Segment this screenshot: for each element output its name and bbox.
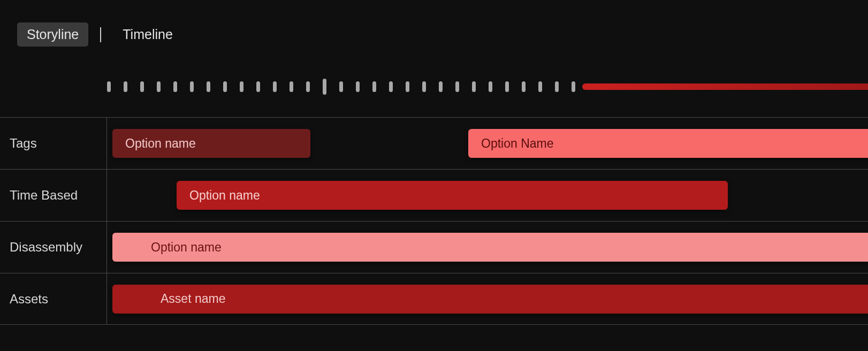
ruler-tick <box>489 81 492 92</box>
timeline-clip[interactable]: Option name <box>112 233 868 262</box>
row-label: Tags <box>0 118 107 169</box>
timeline-ruler[interactable] <box>0 79 868 95</box>
ruler-tick <box>422 81 426 92</box>
timeline-clip[interactable]: Option name <box>177 181 728 210</box>
ruler-tick <box>157 81 161 92</box>
ruler-tick <box>339 81 343 92</box>
row-label: Disassembly <box>0 222 107 273</box>
ruler-tick <box>505 81 509 92</box>
ruler-tick <box>472 81 476 92</box>
ruler-tick <box>190 81 194 92</box>
tab-bar: Storyline Timeline <box>0 0 868 47</box>
ruler-tick <box>455 81 459 92</box>
timeline-clip[interactable]: Option Name <box>468 129 868 158</box>
timeline-row: TagsOption nameOption Name <box>0 117 868 169</box>
row-label: Assets <box>0 273 107 324</box>
ruler-tick <box>140 81 144 92</box>
ruler-tick <box>240 81 243 92</box>
ruler-tick <box>173 81 177 92</box>
ruler-tick <box>306 81 310 92</box>
ruler-tick <box>207 81 210 92</box>
ruler-tick <box>555 81 559 92</box>
row-track[interactable]: Option nameOption Name <box>107 118 868 169</box>
timeline-row: Time BasedOption name <box>0 169 868 221</box>
timeline-row: AssetsAsset name <box>0 273 868 325</box>
ruler-tick <box>273 81 277 92</box>
ruler-tick <box>372 81 376 92</box>
timeline-rows: TagsOption nameOption NameTime BasedOpti… <box>0 117 868 325</box>
row-track[interactable]: Option name <box>107 222 868 273</box>
ruler-tick <box>389 81 393 92</box>
row-track[interactable]: Option name <box>107 170 868 221</box>
ruler-tick <box>538 81 542 92</box>
timeline-clip[interactable]: Asset name <box>112 285 868 314</box>
ruler-tick <box>439 81 443 92</box>
timeline-row: DisassemblyOption name <box>0 221 868 273</box>
ruler-tick <box>124 81 127 92</box>
ruler-tick <box>572 81 575 92</box>
ruler-tick <box>406 81 409 92</box>
ruler-tick <box>522 81 526 92</box>
tab-divider <box>100 27 101 42</box>
ruler-tick <box>256 81 260 92</box>
ruler-tick <box>356 81 360 92</box>
tab-timeline[interactable]: Timeline <box>113 22 182 47</box>
timeline-clip[interactable]: Option name <box>112 129 310 158</box>
ruler-tick <box>107 81 111 92</box>
ruler-tick <box>290 81 293 92</box>
ruler-fill[interactable] <box>582 83 868 90</box>
ruler-tick <box>223 81 227 92</box>
tab-storyline[interactable]: Storyline <box>17 22 88 47</box>
row-track[interactable]: Asset name <box>107 273 868 324</box>
row-label: Time Based <box>0 170 107 221</box>
ruler-tick <box>323 79 326 95</box>
